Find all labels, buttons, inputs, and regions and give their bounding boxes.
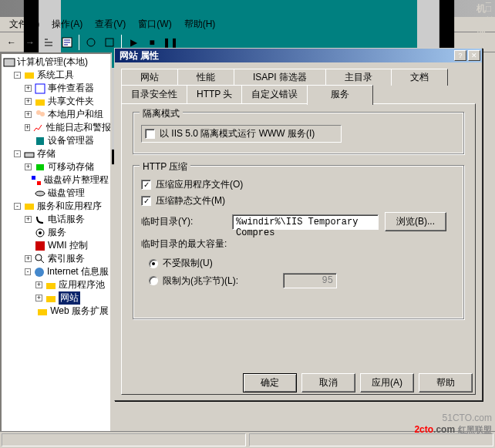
isolation-legend: 隔离模式 [140,107,183,120]
svg-rect-12 [36,164,44,170]
properties-dialog: 网站 属性 ? ✕ 网站 性能 ISAPI 筛选器 主目录 文档 目录安全性 H… [114,48,483,401]
limited-label: 限制为(兆字节)(L): [163,275,278,288]
temp-dir-input[interactable]: %windir%\IIS Temporary Compres [232,214,379,230]
tab-performance[interactable]: 性能 [177,69,234,86]
tree-defrag[interactable]: 磁盘碎片整理程 [3,173,109,187]
tree-shared-folders[interactable]: +共享文件夹 [3,95,109,108]
tab-website[interactable]: 网站 [121,69,178,86]
svg-point-18 [39,231,42,234]
svg-point-15 [35,191,45,196]
unlimited-row[interactable]: 不受限制(U) [149,257,456,270]
temp-dir-label: 临时目录(Y): [141,215,226,228]
tree-storage[interactable]: -存储 [3,147,109,160]
tree-disk-mgmt[interactable]: 磁盘管理 [3,187,109,200]
dialog-titlebar: 网站 属性 ? ✕ [115,49,482,62]
svg-rect-4 [106,39,113,46]
help-button[interactable]: 帮助 [419,373,473,392]
forward-button[interactable]: → [22,34,39,51]
watermark: 2cto.com 红黑联盟 [414,423,492,436]
compress-app-label: 压缩应用程序文件(O) [156,178,243,191]
tree-services[interactable]: 服务 [3,226,109,239]
tab-documents[interactable]: 文档 [391,69,448,86]
tab-custom-errors[interactable]: 自定义错误 [241,85,308,103]
compress-app-checkbox[interactable]: ✓ [141,180,151,190]
tab-services[interactable]: 服务 [307,85,373,105]
svg-rect-11 [25,153,34,157]
svg-rect-6 [25,72,34,79]
tree-local-users[interactable]: +本地用户和组 [3,108,109,121]
svg-point-3 [87,39,95,46]
limit-value-input: 95 [283,273,337,288]
compress-static-checkbox[interactable]: ✓ [141,196,151,206]
isolation-checkbox-row[interactable]: 以 IIS 5.0 隔离模式运行 WWW 服务(I) [141,125,342,143]
dialog-title: 网站 属性 [116,49,454,62]
close-button[interactable]: ✕ [486,14,493,25]
main-window-titlebar: 计算机管理 _ □ ✕ [0,0,495,17]
tab-http-headers[interactable]: HTTP 头 [187,85,242,103]
main-window-title: 计算机管理 [476,0,486,42]
apply-button[interactable]: 应用(A) [360,373,414,392]
unlimited-label: 不受限制(U) [163,257,213,270]
tree-services-apps[interactable]: -服务和应用程序 [3,200,109,213]
tree-telephony[interactable]: +电话服务 [3,213,109,226]
tab-panel-services: 隔离模式 以 IIS 5.0 隔离模式运行 WWW 服务(I) HTTP 压缩 … [121,103,476,395]
tree-web-ext[interactable]: Web 服务扩展 [3,305,109,318]
svg-rect-14 [37,181,41,185]
svg-point-20 [35,254,42,261]
compress-static-label: 压缩静态文件(M) [156,194,225,207]
limited-row[interactable]: 限制为(兆字节)(L): 95 [149,273,456,288]
isolation-checkbox[interactable] [145,129,155,139]
isolation-groupbox: 隔离模式 以 IIS 5.0 隔离模式运行 WWW 服务(I) [133,112,464,154]
maximize-button[interactable]: □ [486,3,493,14]
properties-button[interactable] [59,34,76,51]
menu-view[interactable]: 查看(V) [89,16,132,32]
tab-isapi[interactable]: ISAPI 筛选器 [234,69,326,86]
svg-rect-7 [35,84,45,93]
cancel-button[interactable]: 取消 [301,373,355,392]
limited-radio[interactable] [149,276,158,285]
tab-dir-security[interactable]: 目录安全性 [121,85,187,103]
svg-rect-10 [36,137,44,145]
up-button[interactable] [40,34,57,51]
tree-wmi[interactable]: WMI 控制 [3,239,109,252]
browse-button[interactable]: 浏览(B)... [385,212,446,231]
status-pane-1 [2,433,246,446]
tree-view[interactable]: 计算机管理(本地) -系统工具 +事件查看器 +共享文件夹 +本地用户和组 +性… [0,52,112,448]
tree-device-mgr[interactable]: 设备管理器 [3,134,109,147]
tree-websites[interactable]: +网站 [3,291,109,305]
compression-legend: HTTP 压缩 [140,160,190,173]
watermark-top: 51CTO.com [443,413,492,423]
tree-root[interactable]: 计算机管理(本地) [3,56,109,69]
tb-icon-1[interactable] [82,34,99,51]
menu-window[interactable]: 窗口(W) [132,16,177,32]
back-button[interactable]: ← [3,34,20,51]
svg-rect-5 [4,59,15,66]
dialog-close-button[interactable]: ✕ [468,50,480,61]
tree-indexing[interactable]: +索引服务 [3,252,109,265]
svg-rect-13 [32,176,35,180]
tree-removable[interactable]: +可移动存储 [3,160,109,173]
compression-groupbox: HTTP 压缩 ✓ 压缩应用程序文件(O) ✓ 压缩静态文件(M) 临时目录(Y… [133,165,464,319]
tree-app-pools[interactable]: +应用程序池 [3,278,109,291]
svg-point-21 [35,268,44,277]
max-size-label: 临时目录的最大容量: [141,237,456,251]
unlimited-radio[interactable] [149,259,158,268]
svg-rect-19 [35,241,45,251]
menu-action[interactable]: 操作(A) [45,16,89,32]
tree-perf-logs[interactable]: +性能日志和警报 [3,121,109,134]
tree-event-viewer[interactable]: +事件查看器 [3,82,109,95]
svg-rect-16 [25,204,34,210]
menu-help[interactable]: 帮助(H) [178,16,222,32]
ok-button[interactable]: 确定 [243,373,297,392]
compress-static-row[interactable]: ✓ 压缩静态文件(M) [141,194,456,207]
tree-iis[interactable]: -Internet 信息服 [3,265,109,278]
svg-point-9 [40,112,45,116]
isolation-label: 以 IIS 5.0 隔离模式运行 WWW 服务(I) [160,127,315,140]
dialog-help-button[interactable]: ? [454,50,466,61]
tree-system-tools[interactable]: -系统工具 [3,69,109,82]
compress-app-row[interactable]: ✓ 压缩应用程序文件(O) [141,178,456,191]
menu-file[interactable]: 文件(F) [3,16,45,32]
tab-homedir[interactable]: 主目录 [325,69,392,86]
